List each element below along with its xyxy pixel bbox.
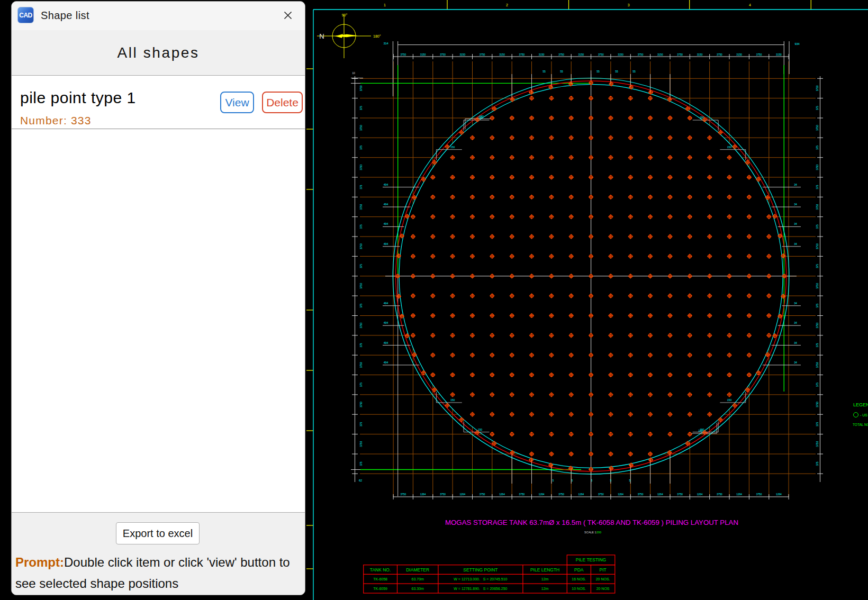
svg-text:3750: 3750 (638, 53, 644, 56)
svg-text:34: 34 (794, 341, 797, 344)
svg-text:375: 375 (816, 264, 819, 268)
svg-text:20 NOS.: 20 NOS. (596, 577, 610, 581)
svg-text:55: 55 (560, 70, 563, 73)
svg-text:55: 55 (632, 70, 636, 73)
svg-text:3750: 3750 (440, 493, 446, 496)
svg-text:494: 494 (384, 203, 388, 206)
svg-text:150: 150 (450, 146, 455, 149)
svg-text:3750: 3750 (400, 493, 406, 496)
svg-text:3750: 3750 (717, 53, 722, 56)
svg-text:3750: 3750 (360, 362, 363, 368)
svg-text:150: 150 (698, 429, 703, 432)
svg-text:3750: 3750 (598, 53, 604, 56)
svg-text:63.70m: 63.70m (412, 577, 424, 581)
svg-text:3750: 3750 (816, 165, 819, 170)
svg-text:934: 934 (794, 42, 799, 46)
svg-text:1264: 1264 (776, 493, 782, 496)
svg-text:3750: 3750 (816, 323, 819, 329)
svg-text:3750: 3750 (519, 493, 525, 496)
svg-text:TANK NO.: TANK NO. (370, 567, 391, 572)
svg-text:3150: 3150 (618, 53, 623, 56)
svg-text:3750: 3750 (677, 53, 683, 56)
svg-text:1264: 1264 (539, 493, 545, 496)
svg-text:34: 34 (794, 242, 797, 246)
svg-text:375: 375 (360, 383, 363, 387)
svg-text:200: 200 (596, 531, 601, 534)
svg-text:1264: 1264 (499, 493, 505, 496)
svg-text:494: 494 (384, 321, 388, 324)
svg-text:150: 150 (480, 115, 484, 118)
svg-text:3150: 3150 (539, 53, 545, 56)
svg-text:3150: 3150 (736, 53, 742, 56)
svg-text:PDA: PDA (574, 567, 584, 572)
svg-text:3750: 3750 (816, 125, 819, 131)
svg-text:375: 375 (360, 264, 363, 268)
svg-text:3750: 3750 (360, 85, 363, 91)
svg-text:TK-6058: TK-6058 (373, 577, 387, 581)
svg-text:3750: 3750 (360, 323, 363, 329)
svg-text:1264: 1264 (736, 493, 742, 496)
svg-text:375: 375 (360, 106, 363, 110)
svg-text:SETTING POINT: SETTING POINT (463, 567, 498, 572)
svg-text:375: 375 (360, 461, 363, 466)
svg-text:3750: 3750 (638, 493, 644, 496)
svg-text:W = 12713.000. S = 20745.510: W = 12713.000. S = 20745.510 (454, 577, 507, 581)
svg-text:62: 62 (359, 479, 362, 482)
svg-text:3750: 3750 (816, 204, 819, 210)
svg-text:90°: 90° (342, 13, 348, 17)
svg-text:TOTAL NOS: TOTAL NOS (853, 423, 868, 426)
svg-text:375: 375 (816, 343, 819, 347)
svg-text:- US: - US (860, 413, 867, 417)
svg-text:494: 494 (384, 222, 388, 225)
svg-text:16 NOS.: 16 NOS. (572, 577, 586, 581)
svg-text:34: 34 (794, 302, 797, 305)
svg-text:34: 34 (794, 321, 797, 324)
svg-text:3750: 3750 (360, 125, 363, 131)
svg-text:3750: 3750 (400, 53, 406, 56)
svg-text:1: 1 (384, 3, 386, 7)
svg-text:3150: 3150 (420, 53, 426, 56)
svg-text:PILE TESTING: PILE TESTING (576, 557, 606, 562)
svg-text:34: 34 (794, 361, 797, 364)
svg-text:3750: 3750 (598, 493, 604, 496)
svg-text:5: 5 (610, 479, 612, 482)
svg-text:3150: 3150 (776, 53, 782, 56)
svg-text:494: 494 (384, 361, 388, 364)
svg-text:375: 375 (360, 185, 363, 189)
svg-text:375: 375 (360, 303, 363, 307)
svg-text:3750: 3750 (360, 204, 363, 210)
svg-text:SCALE 1:: SCALE 1: (584, 531, 598, 534)
svg-text:375: 375 (360, 343, 363, 347)
svg-text:PILE LENGTH: PILE LENGTH (530, 567, 559, 572)
svg-text:5: 5 (553, 479, 554, 482)
svg-text:5: 5 (591, 479, 593, 482)
svg-text:PIT: PIT (599, 567, 606, 572)
svg-text:12m: 12m (541, 587, 549, 590)
svg-text:1264: 1264 (697, 493, 703, 496)
svg-text:314: 314 (383, 42, 388, 45)
svg-text:N: N (319, 32, 324, 40)
svg-text:1264: 1264 (420, 493, 426, 496)
svg-text:150: 150 (478, 428, 483, 431)
svg-text:3750: 3750 (360, 243, 363, 249)
svg-text:5: 5 (629, 479, 631, 482)
svg-text:3750: 3750 (816, 85, 819, 91)
svg-text:1264: 1264 (657, 493, 663, 496)
svg-text:12m: 12m (541, 577, 549, 581)
svg-text:10 NOS.: 10 NOS. (572, 587, 586, 590)
svg-text:375: 375 (360, 146, 363, 150)
svg-text:3750: 3750 (816, 441, 819, 447)
svg-text:375: 375 (360, 224, 363, 229)
svg-text:3150: 3150 (499, 53, 505, 56)
svg-text:3750: 3750 (816, 362, 819, 368)
svg-text:3750: 3750 (360, 402, 363, 407)
svg-text:3750: 3750 (360, 165, 363, 170)
svg-text:3750: 3750 (558, 493, 564, 496)
svg-text:3150: 3150 (578, 53, 584, 56)
svg-text:LEGEND: LEGEND (853, 402, 868, 407)
svg-text:375: 375 (816, 146, 819, 150)
svg-text:20 NOS: 20 NOS (596, 587, 610, 590)
svg-text:3750: 3750 (677, 493, 683, 496)
svg-text:375: 375 (816, 303, 819, 307)
svg-text:3750: 3750 (756, 53, 762, 56)
